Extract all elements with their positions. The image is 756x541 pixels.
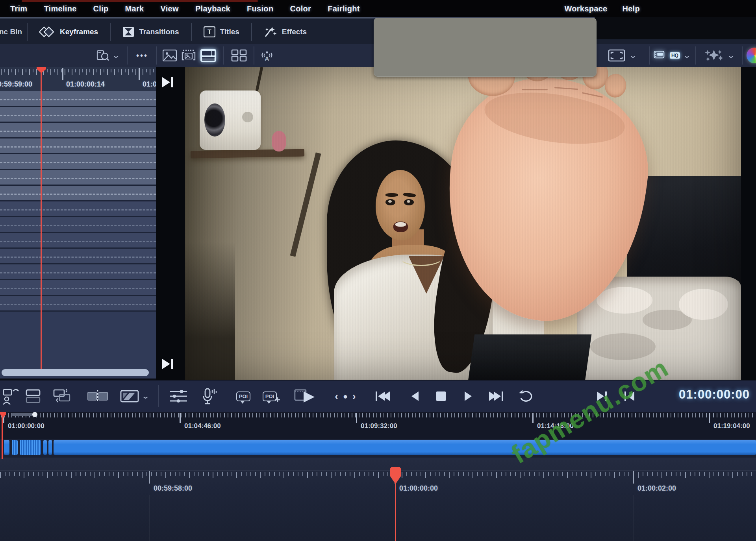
menu-fairlight[interactable]: Fairlight <box>328 4 360 13</box>
tab-titles[interactable]: T Titles <box>192 18 251 45</box>
keyframe-track-row[interactable] <box>0 217 156 233</box>
zoom-ruler-label: 00:59:58:00 <box>154 484 192 493</box>
transition-hourglass-icon <box>122 26 134 37</box>
timeline-clip-segment[interactable] <box>48 440 52 455</box>
keyframe-horizontal-scrollbar[interactable] <box>2 369 149 376</box>
effects-sparkle-button[interactable]: ⌄ <box>699 44 739 67</box>
marker-dot[interactable] <box>32 412 37 417</box>
zoom-ruler-label: 01:00:00:00 <box>399 484 438 493</box>
live-stream-antenna-button[interactable]: A <box>256 44 278 67</box>
tab-sync-bin-partial[interactable]: nc Bin <box>0 28 27 36</box>
tab-transitions-label: Transitions <box>139 28 179 36</box>
menu-timeline[interactable]: Timeline <box>44 4 76 13</box>
keyframe-playhead-line[interactable] <box>41 67 42 369</box>
menu-fusion[interactable]: Fusion <box>247 4 273 13</box>
resize-frame-button[interactable]: ⌄ <box>602 44 642 67</box>
timeline-clip-segment[interactable] <box>43 440 47 455</box>
menu-help[interactable]: Help <box>622 4 640 13</box>
play-clip-button[interactable] <box>290 380 321 412</box>
filmstrip-view-button[interactable] <box>180 44 198 67</box>
jog-shuttle-control[interactable]: ‹●› <box>327 380 365 412</box>
go-to-last-frame-button[interactable] <box>484 380 509 412</box>
menu-view[interactable]: View <box>160 4 178 13</box>
svg-text:T: T <box>208 29 211 35</box>
viewer-area <box>156 67 756 380</box>
keyframe-track-row[interactable] <box>0 201 156 217</box>
keyframes-diamonds-icon <box>39 26 55 38</box>
ruler-label: 01:0 <box>143 80 156 89</box>
tools-sliders-button[interactable] <box>165 380 192 412</box>
chevron-down-icon: ⌄ <box>683 51 691 60</box>
timeline-ruler-label: 01:04:46:00 <box>184 422 221 430</box>
timeline-clip-segment[interactable] <box>12 440 18 455</box>
timeline-clip-segment[interactable] <box>54 440 756 455</box>
zoom-search-button[interactable]: ⌄ <box>91 44 124 67</box>
menu-mark[interactable]: Mark <box>125 4 144 13</box>
menu-workspace[interactable]: Workspace <box>564 4 607 13</box>
keyframe-track-row[interactable] <box>0 233 156 249</box>
keyframe-track-row[interactable] <box>0 170 156 186</box>
keyframe-track-row[interactable] <box>0 107 156 123</box>
keyframe-track-row[interactable] <box>0 138 156 154</box>
menu-playback[interactable]: Playback <box>195 4 230 13</box>
jump-to-end-bottom-icon[interactable] <box>162 359 173 369</box>
timeline-clip-segment[interactable] <box>4 440 9 455</box>
svg-text:A: A <box>265 55 269 62</box>
tab-effects[interactable]: Effects <box>252 18 319 45</box>
timeline-playhead-handle[interactable] <box>390 467 401 483</box>
keyframe-track-row[interactable] <box>0 264 156 280</box>
play-button[interactable] <box>459 380 478 412</box>
keyframe-track-row[interactable] <box>0 296 156 312</box>
menu-bar: TrimTimelineClipMarkViewPlaybackFusionCo… <box>0 0 756 17</box>
go-to-first-frame-button[interactable] <box>370 380 395 412</box>
program-clips-bar <box>0 439 756 458</box>
play-reverse-button[interactable] <box>406 380 424 412</box>
program-timeline-ruler[interactable]: 01:00:00:0001:04:46:0001:09:32:0001:14:1… <box>0 412 756 439</box>
top-right-black-area <box>595 17 756 39</box>
playback-quality-hq-button[interactable]: HQ ⌄ <box>654 44 690 67</box>
keyframe-track-row[interactable] <box>0 123 156 138</box>
transition-button[interactable]: ⌄ <box>117 380 151 412</box>
options-ellipsis-button[interactable]: ••• <box>131 44 154 67</box>
multicam-grid-button[interactable] <box>228 44 250 67</box>
smart-insert-button[interactable] <box>0 380 24 412</box>
hq-badge: HQ <box>670 52 680 59</box>
chevron-down-icon: ⌄ <box>141 392 150 401</box>
keyframe-track-row[interactable] <box>0 154 156 170</box>
tab-transitions[interactable]: Transitions <box>111 18 191 45</box>
zoomed-timeline: 00:59:58:0001:00:00:0001:00:02:00 <box>0 458 756 541</box>
video-frame[interactable] <box>185 67 741 380</box>
timeline-view-button-active[interactable] <box>198 44 218 67</box>
blurred-overlay-box <box>374 18 597 77</box>
jump-to-end-icon[interactable] <box>162 77 173 87</box>
ruler-label: 0:59:59:00 <box>0 80 32 89</box>
program-playhead-line[interactable] <box>2 412 3 459</box>
keyframe-track-row[interactable] <box>0 249 156 264</box>
keyframe-ruler[interactable]: 0:59:59:00 01:00:00:14 01:0 <box>0 67 156 91</box>
menu-color[interactable]: Color <box>290 4 311 13</box>
ripple-overwrite-button[interactable] <box>48 380 76 412</box>
effects-wand-icon <box>264 26 277 38</box>
keyframe-track-row[interactable] <box>0 91 156 107</box>
menu-trim[interactable]: Trim <box>10 4 27 13</box>
keyframe-track-row[interactable] <box>0 280 156 296</box>
scopes-color-button[interactable] <box>746 44 756 67</box>
davinci-resolve-cut-page: TrimTimelineClipMarkViewPlaybackFusionCo… <box>0 0 756 541</box>
split-clip-button[interactable] <box>83 380 112 412</box>
poi-marker-button[interactable]: POI <box>230 380 256 412</box>
menu-left-group: TrimTimelineClipMarkViewPlaybackFusionCo… <box>0 4 360 13</box>
stop-button[interactable] <box>432 380 450 412</box>
tab-keyframes[interactable]: Keyframes <box>28 18 110 45</box>
append-clip-button[interactable] <box>22 380 44 412</box>
screen-photo-artifact <box>22 0 258 2</box>
voiceover-mic-button[interactable] <box>197 380 221 412</box>
keyframe-track-row[interactable] <box>0 186 156 201</box>
chevron-down-icon: ⌄ <box>727 51 735 60</box>
timeline-ruler-label: 01:09:32:00 <box>361 422 397 430</box>
chevron-down-icon: ⌄ <box>112 51 120 60</box>
poi-add-marker-button[interactable]: POI <box>258 380 284 412</box>
loop-playback-button[interactable] <box>515 380 537 412</box>
thumbnail-view-button[interactable] <box>161 44 179 67</box>
menu-clip[interactable]: Clip <box>93 4 109 13</box>
timeline-clip-segment[interactable] <box>20 440 41 455</box>
